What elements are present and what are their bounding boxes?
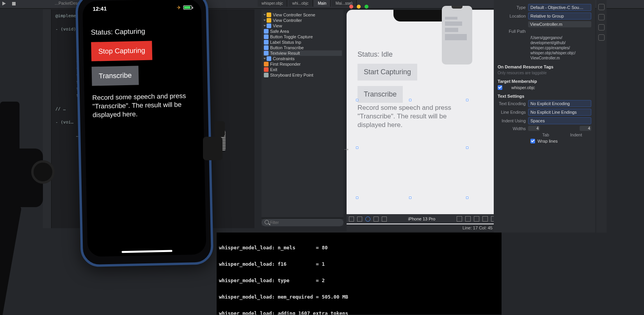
- outline-row[interactable]: Safe Area: [263, 29, 342, 34]
- appearance-icon[interactable]: [365, 217, 370, 222]
- lineendings-select[interactable]: No Explicit Line Endings: [528, 109, 591, 116]
- align-icon[interactable]: [465, 216, 471, 222]
- editor-tabs: whisper.objc whi...objc Main Mai...sse): [258, 0, 357, 7]
- outline-row[interactable]: Exit: [263, 67, 342, 72]
- outline-label: Textview Result: [270, 51, 300, 55]
- result-textview[interactable]: Record some speech and press "Transcribe…: [358, 104, 455, 129]
- inspector-tab-icon[interactable]: [598, 34, 605, 41]
- run-icon[interactable]: [2, 2, 6, 5]
- device-icon[interactable]: [382, 217, 387, 222]
- location-select[interactable]: Relative to Group: [528, 13, 591, 20]
- tab-sublabel: Tab: [530, 132, 561, 137]
- outline-row[interactable]: View Controller Scene: [263, 12, 342, 18]
- outline-row[interactable]: View Controller: [263, 18, 342, 23]
- tab-0[interactable]: whisper.objc: [258, 0, 287, 7]
- outline-label: Safe Area: [270, 29, 289, 34]
- outline-label: Label Status Inp: [270, 40, 301, 45]
- selection-handle[interactable]: [409, 197, 411, 199]
- outline-filter: [262, 218, 343, 226]
- battery-icon: [183, 5, 192, 9]
- outline-row[interactable]: First Responder: [263, 61, 342, 67]
- label-icon: [264, 40, 269, 45]
- selection-handle[interactable]: [356, 99, 358, 101]
- indent-sublabel: Indent: [561, 132, 591, 137]
- outline-row[interactable]: Button Toggle Capture: [263, 34, 342, 39]
- airplane-icon: ✈: [176, 5, 181, 11]
- lineendings-label: Line Endings: [498, 110, 528, 115]
- debug-console[interactable]: whisper_model_load: n_mels = 80 whisper_…: [217, 233, 502, 315]
- ib-minimap[interactable]: [442, 6, 472, 64]
- type-label: Type: [498, 5, 528, 10]
- outline-label: View: [273, 23, 282, 28]
- encoding-select[interactable]: No Explicit Encoding: [528, 100, 591, 107]
- selection-handle[interactable]: [466, 147, 468, 149]
- indent-select[interactable]: Spaces: [528, 117, 591, 124]
- outline-row[interactable]: Constraints: [263, 56, 342, 61]
- indent-width-input[interactable]: [580, 126, 591, 131]
- cursor-position: Line: 17 Col: 45: [347, 224, 499, 231]
- checkbox-icon[interactable]: [530, 139, 535, 143]
- status-label[interactable]: Status: Idle: [358, 50, 393, 59]
- stop-icon[interactable]: [12, 2, 16, 5]
- outline-label: Button Toggle Capture: [270, 34, 313, 39]
- outline-row-selected[interactable]: Textview Result: [263, 50, 342, 56]
- transcribe-button[interactable]: Transcribe: [92, 66, 139, 86]
- iphone-notch: [112, 0, 171, 12]
- outline-row[interactable]: Label Status Inp: [263, 39, 342, 45]
- pin-icon[interactable]: [474, 216, 479, 222]
- zoom-icon[interactable]: [365, 5, 368, 9]
- device-label[interactable]: iPhone 13 Pro: [408, 217, 436, 221]
- outline-row[interactable]: Button Transcribe: [263, 45, 342, 50]
- ib-canvas[interactable]: Status: Idle Start Capturing Transcribe …: [347, 10, 499, 227]
- type-select[interactable]: Default - Objective-C Sou…: [528, 4, 591, 11]
- safearea-icon: [264, 29, 269, 34]
- search-icon: [265, 220, 269, 224]
- membership-row[interactable]: whisper.objc: [498, 85, 591, 90]
- selection-handle[interactable]: [356, 197, 358, 199]
- selection-handle[interactable]: [466, 99, 468, 101]
- transcribe-button[interactable]: Transcribe: [358, 86, 403, 103]
- document-outline[interactable]: View Controller Scene View Controller Vi…: [262, 10, 343, 217]
- inspector-tab-icon[interactable]: [598, 24, 605, 30]
- target-icon: [505, 85, 509, 90]
- console-line: whisper_model_load: mem_required = 505.0…: [219, 294, 499, 300]
- start-capturing-button[interactable]: Start Capturing: [358, 64, 417, 81]
- clock: 12:41: [93, 5, 107, 12]
- file-inspector: TypeDefault - Objective-C Sou… LocationR…: [494, 0, 595, 233]
- location-label: Location: [498, 14, 528, 18]
- file-name: ViewController.m: [528, 21, 591, 27]
- outline-label: First Responder: [270, 62, 301, 66]
- checkbox-icon[interactable]: [498, 85, 502, 90]
- layout-icon[interactable]: [357, 217, 362, 222]
- minimize-icon[interactable]: [357, 5, 361, 9]
- entrypoint-icon: [264, 73, 269, 77]
- resolve-icon[interactable]: [482, 216, 488, 222]
- selection-handle[interactable]: [356, 147, 358, 149]
- phone-clamp: [203, 121, 230, 176]
- status-label: Status: Capturing: [91, 26, 194, 37]
- membership-name: whisper.objc: [511, 85, 535, 90]
- home-indicator: [122, 250, 173, 253]
- orientation-icon[interactable]: [374, 217, 379, 222]
- stop-capturing-button[interactable]: Stop Capturing: [91, 41, 152, 61]
- selection-handle[interactable]: [466, 197, 468, 199]
- console-line: whisper_model_load: type = 2: [219, 278, 499, 283]
- tab-width-input[interactable]: [528, 126, 540, 131]
- inspector-tab-icon[interactable]: [598, 4, 605, 10]
- outline-label: Constraints: [273, 56, 295, 61]
- console-line: whisper_model_load: n_mels = 80: [219, 245, 499, 251]
- zoom-icon[interactable]: [457, 216, 462, 222]
- inspector-tab-icon[interactable]: [598, 14, 605, 20]
- outline-row[interactable]: Storyboard Entry Point: [263, 72, 342, 78]
- viewcontroller-icon: [267, 18, 271, 23]
- outline-filter-input[interactable]: [262, 219, 343, 226]
- selection-handle[interactable]: [409, 99, 411, 101]
- tab-1[interactable]: whi...objc: [288, 0, 313, 7]
- close-icon[interactable]: [349, 5, 353, 9]
- textview-icon: [264, 51, 269, 55]
- exit-icon: [264, 67, 269, 72]
- layout-icon[interactable]: [349, 217, 354, 222]
- tab-2[interactable]: Main: [314, 0, 331, 7]
- textsettings-heading: Text Settings: [498, 94, 591, 98]
- outline-row[interactable]: View: [263, 23, 342, 29]
